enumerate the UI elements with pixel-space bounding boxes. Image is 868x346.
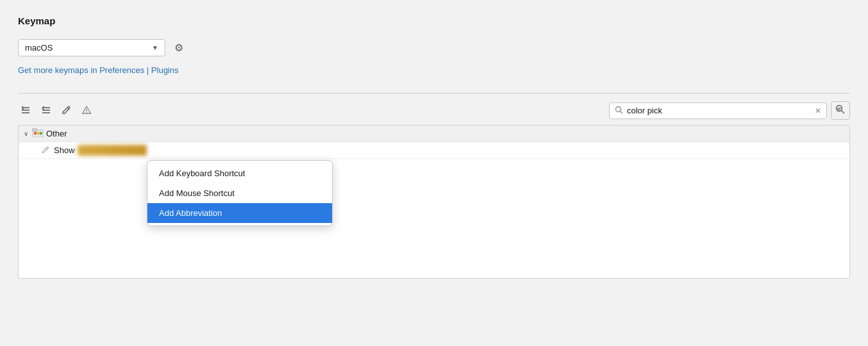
item-edit-icon — [42, 145, 50, 156]
keymap-dropdown-label: macOS — [25, 43, 53, 53]
tree-child-row[interactable]: Show Color Pick... Add Keyboard Shortcut… — [19, 142, 849, 159]
edit-icon[interactable] — [59, 104, 74, 117]
tree-group-row[interactable]: ∨ Other — [19, 126, 849, 142]
collapse-all-icon[interactable] — [38, 104, 54, 118]
keymap-selector-row: macOS ▼ ⚙ — [18, 39, 850, 56]
search-box[interactable]: color pick ✕ — [609, 103, 827, 119]
tree-group-label: Other — [46, 129, 67, 138]
search-input[interactable]: color pick — [627, 106, 811, 115]
tree-chevron-icon: ∨ — [24, 130, 28, 137]
svg-point-19 — [40, 132, 42, 135]
item-label-obscured: Color Pick... — [78, 145, 147, 156]
keymap-dropdown[interactable]: macOS ▼ — [18, 39, 165, 56]
svg-point-8 — [86, 111, 87, 112]
svg-rect-16 — [32, 128, 37, 131]
search-clear-icon[interactable]: ✕ — [815, 106, 821, 115]
svg-point-17 — [34, 132, 37, 135]
tree-area: ∨ Other Show Color Pick... Add K — [18, 125, 850, 279]
svg-point-9 — [616, 106, 621, 111]
page-title: Keymap — [18, 15, 850, 26]
toolbar: color pick ✕ — [18, 101, 850, 125]
divider — [18, 93, 850, 94]
gear-button[interactable]: ⚙ — [172, 39, 186, 56]
find-usages-button[interactable] — [831, 101, 850, 120]
menu-item-add-mouse-shortcut[interactable]: Add Mouse Shortcut — [147, 183, 332, 203]
item-label-prefix: Show — [54, 145, 75, 155]
menu-item-add-abbreviation[interactable]: Add Abbreviation — [147, 203, 332, 223]
warning-icon[interactable] — [79, 104, 94, 118]
context-menu: Add Keyboard Shortcut Add Mouse Shortcut… — [147, 160, 333, 226]
folder-icon — [32, 128, 44, 139]
search-icon — [615, 106, 623, 116]
search-area: color pick ✕ — [609, 101, 850, 120]
menu-item-add-keyboard-shortcut[interactable]: Add Keyboard Shortcut — [147, 163, 332, 183]
plugin-link[interactable]: Get more keymaps in Preferences | Plugin… — [18, 65, 179, 75]
svg-point-18 — [37, 132, 39, 135]
chevron-down-icon: ▼ — [152, 44, 158, 51]
expand-all-icon[interactable] — [18, 104, 33, 118]
svg-line-12 — [842, 111, 845, 114]
svg-line-10 — [621, 111, 623, 113]
